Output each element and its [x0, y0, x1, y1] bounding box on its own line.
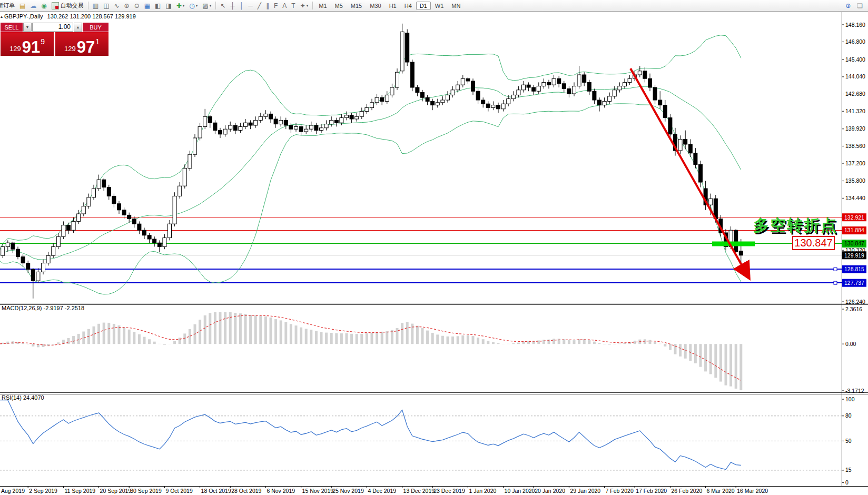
buy-price-pip: 1 [95, 37, 100, 46]
price-tick-label: 144.040 [845, 73, 865, 80]
time-tick-label: 26 Feb 2020 [671, 488, 702, 494]
timeframe-m5[interactable]: M5 [331, 2, 347, 10]
new-chart-icon[interactable]: ◧ [153, 1, 163, 11]
price-chip-label: 127.737 [844, 280, 864, 286]
rsi-tick-label: 100 [845, 396, 855, 402]
macd-tick-label: -3.1712 [845, 388, 864, 394]
timeframe-h4[interactable]: H4 [401, 2, 416, 10]
price-chip-label: 129.919 [844, 252, 864, 259]
tile-windows-icon[interactable]: ▦ [142, 1, 152, 11]
crosshair-icon[interactable]: ┼ [228, 1, 237, 11]
auto-trading-button[interactable]: 自动交易 [50, 1, 86, 11]
signals-icon[interactable]: ◉ [39, 1, 48, 11]
line-chart-icon[interactable]: ∿ [112, 1, 122, 11]
zoom-out-icon[interactable]: ⊖ [132, 1, 142, 11]
vertical-line-icon[interactable]: │ [238, 1, 246, 11]
buy-price-panel[interactable]: 129 97 1 [55, 32, 108, 56]
timeframe-h1[interactable]: H1 [386, 2, 400, 10]
timeframe-m30[interactable]: M30 [366, 2, 384, 10]
time-tick-label: 15 Nov 2019 [302, 488, 334, 494]
timeframe-m1[interactable]: M1 [315, 2, 330, 10]
auto-trading-label: 自动交易 [61, 2, 84, 9]
time-tick-label: 11 Sep 2019 [64, 488, 95, 494]
fibonacci-icon[interactable]: F [272, 1, 280, 11]
periods-icon[interactable]: ◷▾ [187, 1, 200, 11]
price-chip-label: 128.815 [844, 266, 864, 272]
bar-chart-icon[interactable]: ▥ [91, 1, 101, 11]
price-tick-label: 139.920 [845, 125, 865, 132]
toolbar: 新订单 ▤☁◉ 自动交易 ▥◫∿⊕⊖▦◧◨✚▾◷▾▨▾ ↖┼│─╱∥FAT✦▾ … [0, 0, 868, 12]
price-tick-label: 137.200 [845, 160, 865, 166]
buy-button[interactable]: BUY [83, 23, 108, 32]
horizontal-line-icon[interactable]: ─ [246, 1, 255, 11]
price-tick-label: 126.240 [845, 299, 865, 305]
line-handle[interactable] [834, 268, 837, 271]
symbol-period-label: GBPJPY-,Daily [4, 13, 43, 19]
price-tick-label: 146.800 [845, 38, 865, 45]
market-watch-icon[interactable]: ☁ [28, 1, 38, 11]
volume-decrease-button[interactable]: ▼ [23, 23, 32, 32]
price-chip-label: 132.921 [844, 214, 864, 221]
volume-input[interactable]: 1.00 [32, 23, 73, 32]
price-chip-label: 130.847 [844, 240, 864, 246]
timeframe-m15[interactable]: M15 [347, 2, 366, 10]
rsi-tick-label: 15 [845, 467, 852, 473]
rsi-tick-label: 80 [845, 412, 852, 419]
timeframe-d1[interactable]: D1 [416, 2, 431, 10]
price-tick-label: 134.440 [845, 195, 865, 201]
time-tick-label: 9 Oct 2019 [165, 488, 193, 494]
rsi-indicator-label: RSI(14) 24.4070 [2, 394, 44, 401]
candlestick-chart-icon[interactable]: ◫ [101, 1, 111, 11]
search-icon[interactable]: ⊕ [843, 1, 853, 11]
price-tick-label: 135.800 [845, 177, 865, 184]
trendline-icon[interactable]: ╱ [255, 1, 263, 11]
chat-icon[interactable]: ❏ [855, 1, 865, 11]
time-tick-label: 29 Jan 2020 [570, 488, 600, 494]
channel-icon[interactable]: ∥ [264, 1, 271, 11]
macd-indicator-label: MACD(12,26,9) -2.9197 -2.2518 [2, 305, 84, 311]
chart-shift-icon[interactable]: ◨ [163, 1, 173, 11]
zoom-in-icon[interactable]: ⊕ [122, 1, 132, 11]
chart-title: GBPJPY-,Daily130.262 131.200 128.567 129… [4, 13, 136, 19]
time-tick-label: 23 Dec 2019 [433, 488, 465, 494]
text-icon[interactable]: A [280, 1, 289, 11]
buy-price-base: 129 [64, 45, 76, 53]
highlight-bar[interactable] [712, 242, 755, 246]
time-tick-label: 20 Sep 2019 [100, 488, 132, 494]
price-chip-label: 131.884 [844, 227, 864, 233]
time-tick-label: 10 Jan 2020 [505, 488, 535, 494]
sell-price-base: 129 [9, 45, 21, 53]
indicators-icon[interactable]: ✚▾ [174, 1, 187, 11]
volume-increase-button[interactable]: ▲ [74, 23, 82, 32]
sell-price-panel[interactable]: 129 91 9 [1, 32, 54, 56]
templates-icon[interactable]: ▨▾ [200, 1, 213, 11]
shapes-icon[interactable]: ✦▾ [298, 1, 311, 11]
time-tick-label: 2 Sep 2019 [29, 488, 57, 494]
time-tick-label: 28 Oct 2019 [231, 488, 261, 494]
buy-price-main: 97 [77, 41, 95, 54]
time-tick-label: 6 Mar 2020 [707, 488, 735, 494]
text-label-icon[interactable]: T [289, 1, 297, 11]
time-tick-label: 13 Dec 2019 [403, 488, 435, 494]
annotation-text[interactable]: 多空转折点 [753, 216, 837, 234]
price-callout-text: 130.847 [794, 237, 832, 249]
time-tick-label: 18 Oct 2019 [201, 488, 231, 494]
toolbar-separator [215, 2, 216, 9]
line-handle[interactable] [834, 281, 837, 284]
time-tick-label: 30 Sep 2019 [130, 488, 162, 494]
time-tick-label: 20 Jan 2020 [535, 488, 565, 494]
time-tick-label: 17 Feb 2020 [636, 488, 667, 494]
cursor-icon[interactable]: ↖ [218, 1, 228, 11]
sell-button[interactable]: SELL [1, 23, 23, 32]
timeframe-w1[interactable]: W1 [431, 2, 448, 10]
timeframe-mn[interactable]: MN [448, 2, 464, 10]
macd-tick-label: 0.00 [845, 341, 856, 347]
chart-canvas[interactable]: 多空转折点多空转折点130.847148.160146.800145.40014… [0, 0, 868, 495]
time-tick-label: 1 Jan 2020 [469, 488, 496, 494]
one-click-toggle-icon[interactable]: ▴ [1, 14, 3, 19]
auto-trading-icon [52, 2, 59, 9]
new-order-button[interactable]: 新订单 [0, 1, 17, 11]
toolbar-separator [312, 2, 313, 9]
sell-price-main: 91 [22, 41, 40, 54]
history-icon[interactable]: ▤ [17, 1, 27, 11]
